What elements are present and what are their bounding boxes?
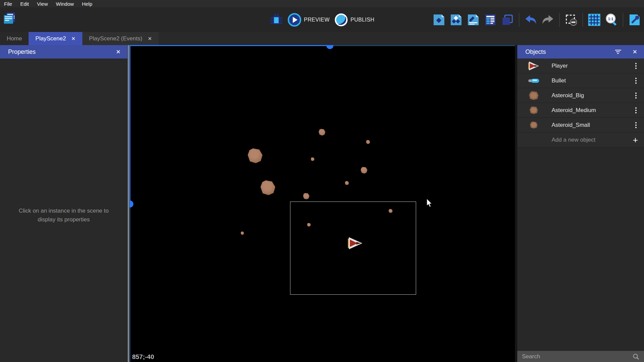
menu-help[interactable]: Help	[78, 1, 96, 7]
objects-panel-header: Objects ✕	[517, 45, 644, 59]
tab-playscene2[interactable]: PlayScene2 ✕	[29, 32, 82, 45]
cursor-coordinates: 857;-40	[132, 353, 154, 361]
layers-button[interactable]	[501, 13, 514, 27]
scene-window-top-border	[129, 45, 330, 46]
properties-panel-header: Properties ✕	[0, 45, 127, 59]
menu-window[interactable]: Window	[52, 1, 78, 7]
asteroid-instance[interactable]	[241, 231, 244, 235]
toolbar-divider	[623, 13, 623, 27]
svg-text:1:1: 1:1	[608, 17, 613, 21]
tab-label: Home	[7, 35, 22, 42]
object-name: Player	[552, 63, 634, 69]
menu-view[interactable]: View	[33, 1, 52, 7]
toolbar-divider	[559, 13, 560, 27]
objects-panel-filler	[517, 147, 644, 351]
scene-canvas[interactable]: 857;-40	[129, 45, 515, 362]
project-manager-icon	[3, 11, 16, 25]
properties-panel-title: Properties	[8, 48, 36, 56]
object-menu-icon[interactable]	[634, 106, 638, 115]
properties-panel-body: Click on an instance in the scene to dis…	[0, 59, 127, 362]
properties-editor-button[interactable]	[467, 13, 480, 27]
object-menu-icon[interactable]	[634, 76, 638, 85]
asteroid-icon	[527, 90, 540, 101]
player-ship-instance[interactable]	[347, 237, 363, 250]
instances-list-button[interactable]	[484, 13, 497, 27]
plus-icon: +	[633, 136, 638, 144]
filter-icon[interactable]	[615, 50, 621, 54]
asteroid-instance[interactable]	[319, 129, 325, 136]
close-icon[interactable]: ✕	[116, 48, 121, 56]
preview-button[interactable]: PREVIEW	[288, 13, 330, 27]
asteroid-icon	[527, 105, 540, 115]
scene-window-left-border	[129, 45, 130, 204]
object-menu-icon[interactable]	[634, 91, 638, 100]
search-input[interactable]	[522, 353, 633, 360]
tab-home[interactable]: Home	[0, 32, 29, 45]
object-row-bullet[interactable]: Bullet	[517, 73, 644, 88]
object-row-asteroid-medium[interactable]: Asteroid_Medium	[517, 103, 644, 118]
asteroid-instance[interactable]	[366, 140, 370, 144]
scene-window-top-handle[interactable]	[326, 45, 333, 49]
object-name: Asteroid_Small	[552, 122, 634, 129]
redo-icon	[541, 13, 555, 27]
object-menu-icon[interactable]	[634, 62, 638, 70]
debugger-tools-icon	[628, 13, 641, 27]
debug-button[interactable]	[270, 13, 283, 27]
mouse-cursor-icon	[427, 198, 434, 207]
close-icon[interactable]: ✕	[633, 48, 637, 56]
close-icon[interactable]: ✕	[148, 36, 152, 41]
scene-window-left-handle[interactable]	[129, 201, 133, 208]
add-object-button[interactable]: Add a new object +	[517, 133, 644, 147]
objects-editor-button[interactable]	[449, 13, 463, 27]
asteroid-instance[interactable]	[260, 180, 275, 195]
asteroid-instance[interactable]	[361, 167, 367, 174]
properties-panel: Properties ✕ Click on an instance in the…	[0, 45, 127, 362]
debug-icon	[270, 13, 283, 27]
empty-message-line2: display its properties	[38, 216, 90, 223]
object-menu-icon[interactable]	[634, 121, 638, 130]
object-name: Asteroid_Medium	[552, 107, 634, 114]
tab-playscene2-events[interactable]: PlayScene2 (Events) ✕	[82, 32, 159, 45]
asteroid-instance[interactable]	[345, 181, 349, 185]
close-icon[interactable]: ✕	[71, 36, 76, 41]
object-row-asteroid-small[interactable]: Asteroid_Small	[517, 118, 644, 133]
deselect-window-button[interactable]	[564, 13, 578, 27]
zoom-1-1-button[interactable]: 1:1	[605, 13, 618, 27]
project-manager-button[interactable]	[3, 11, 16, 25]
instances-list-icon	[484, 13, 497, 27]
object-name: Asteroid_Big	[552, 92, 634, 99]
toolbar: PREVIEW PUBLISH	[0, 7, 644, 32]
debugger-tools-button[interactable]	[628, 13, 641, 27]
redo-button[interactable]	[541, 13, 555, 27]
play-icon	[288, 13, 301, 27]
zoom-1-1-icon: 1:1	[605, 13, 618, 27]
grid-button[interactable]	[588, 13, 601, 27]
asteroid-instance[interactable]	[248, 148, 263, 163]
empty-message-line1: Click on an instance in the scene to	[19, 208, 109, 214]
undo-button[interactable]	[524, 13, 537, 27]
objects-panel: Objects ✕ Player	[517, 45, 644, 362]
scene-window-top-border-dim	[330, 45, 515, 46]
publish-button[interactable]: PUBLISH	[334, 13, 374, 27]
menu-file[interactable]: File	[3, 1, 16, 7]
asteroid-instance[interactable]	[303, 193, 310, 200]
menu-bar: File Edit View Window Help	[0, 0, 644, 7]
preview-label: PREVIEW	[304, 17, 330, 23]
tab-bar: Home PlayScene2 ✕ PlayScene2 (Events) ✕	[0, 32, 644, 45]
asteroid-instance[interactable]	[311, 157, 315, 161]
tab-label: PlayScene2	[35, 35, 66, 42]
menu-edit[interactable]: Edit	[16, 1, 33, 7]
publish-globe-icon	[334, 13, 348, 27]
object-name: Bullet	[552, 77, 634, 84]
objects-editor-icon	[449, 13, 463, 27]
deselect-window-icon	[564, 13, 578, 27]
scene-properties-icon	[432, 13, 446, 27]
toolbar-divider	[519, 13, 519, 27]
object-row-player[interactable]: Player	[517, 59, 644, 73]
panel-gap	[515, 45, 517, 362]
scene-window-left-border-dim	[129, 204, 130, 362]
scene-properties-button[interactable]	[432, 13, 446, 27]
object-row-asteroid-big[interactable]: Asteroid_Big	[517, 88, 644, 103]
player-ship-icon	[527, 61, 540, 71]
undo-icon	[524, 13, 537, 27]
